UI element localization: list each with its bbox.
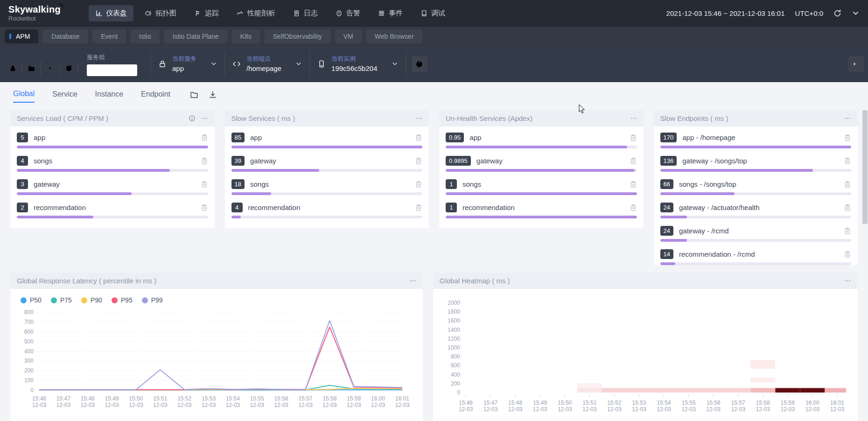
more-icon[interactable] [630, 115, 637, 122]
clipboard-icon[interactable] [844, 181, 851, 188]
context-tab-event[interactable]: Event [92, 29, 126, 43]
metric-name[interactable]: gateway - /songs/top [682, 157, 838, 165]
collapse-panel-button[interactable] [848, 56, 864, 72]
nav-item-trace[interactable]: 追踪 [188, 5, 225, 21]
context-tab-database[interactable]: Database [43, 29, 88, 43]
metric-name[interactable]: app [469, 133, 623, 141]
svg-text:12-03: 12-03 [322, 402, 337, 408]
selector-current-endpoint[interactable]: 当前端点 /homepage [231, 55, 304, 73]
svg-text:15:47: 15:47 [483, 400, 497, 406]
clipboard-icon[interactable] [844, 204, 851, 211]
context-tab-k8s[interactable]: K8s [232, 29, 260, 43]
context-tab-web-browser[interactable]: Web Browser [366, 29, 422, 43]
context-tab-vm[interactable]: VM [335, 29, 362, 43]
scrollbar-thumb[interactable] [862, 110, 868, 224]
clipboard-icon[interactable] [201, 204, 208, 211]
clipboard-icon[interactable] [630, 204, 637, 211]
tab-endpoint[interactable]: Endpoint [141, 87, 170, 102]
legend-item-p90[interactable]: P90 [81, 296, 102, 304]
more-icon[interactable] [201, 115, 208, 122]
context-tab-selfobservability[interactable]: SelfObservability [265, 29, 330, 43]
info-button[interactable] [412, 56, 427, 72]
clipboard-icon[interactable] [201, 134, 208, 141]
clipboard-icon[interactable] [844, 134, 851, 141]
metric-name[interactable]: recommendation [248, 203, 410, 211]
metric-name[interactable]: app [34, 133, 195, 141]
folder-icon[interactable] [190, 91, 198, 99]
timezone[interactable]: UTC+0:0 [795, 9, 823, 17]
clipboard-icon[interactable] [844, 251, 851, 258]
legend-item-p99[interactable]: P99 [142, 296, 163, 304]
metric-name[interactable]: gateway [476, 157, 624, 165]
clipboard-icon[interactable] [415, 134, 422, 141]
svg-text:15:52: 15:52 [177, 395, 191, 402]
metric-name[interactable]: songs [462, 180, 624, 188]
context-tab-istio[interactable]: Istio [131, 29, 160, 43]
legend-item-p75[interactable]: P75 [51, 296, 72, 304]
nav-item-profile[interactable]: 性能剖析 [230, 5, 282, 21]
metric-name[interactable]: gateway [34, 180, 195, 188]
svg-text:12-03: 12-03 [371, 402, 385, 408]
clipboard-icon[interactable] [630, 134, 637, 141]
svg-text:12-03: 12-03 [558, 406, 572, 413]
metric-name[interactable]: songs [250, 180, 409, 188]
nav-item-dashboard[interactable]: 仪表盘 [89, 5, 133, 21]
more-icon[interactable] [844, 115, 851, 122]
nav-item-debug[interactable]: 调试 [414, 5, 452, 21]
more-icon[interactable] [409, 277, 416, 284]
metric-name[interactable]: gateway - /actuator/health [679, 203, 838, 211]
info-icon[interactable] [189, 115, 196, 122]
metric-name[interactable]: app - /homepage [682, 133, 838, 141]
svg-text:15:59: 15:59 [347, 395, 361, 402]
clipboard-icon[interactable] [415, 157, 422, 165]
lock-button[interactable] [4, 61, 22, 75]
clipboard-icon[interactable] [844, 157, 851, 165]
selector-current-service[interactable]: 当前服务 app [156, 55, 219, 73]
tab-global[interactable]: Global [13, 87, 35, 103]
clipboard-icon[interactable] [201, 157, 208, 165]
legend-item-p95[interactable]: P95 [112, 296, 133, 304]
service-group-input[interactable] [87, 64, 137, 76]
metric-name[interactable]: songs - /songs/top [679, 180, 838, 188]
svg-text:12-03: 12-03 [129, 402, 143, 408]
nav-item-topology[interactable]: 拓扑图 [138, 5, 183, 21]
metric-name[interactable]: gateway - /rcmd [679, 227, 838, 235]
metric-name[interactable]: recommendation [462, 203, 624, 211]
clipboard-icon[interactable] [630, 157, 637, 165]
chevron-down-icon [392, 61, 398, 67]
more-icon[interactable] [415, 115, 422, 122]
clipboard-icon[interactable] [844, 227, 851, 235]
legend-item-p50[interactable]: P50 [21, 296, 42, 304]
nav-item-label: 性能剖析 [247, 9, 275, 18]
metric-name[interactable]: songs [34, 157, 195, 165]
context-tab-istio-data-plane[interactable]: Istio Data Plane [164, 29, 227, 43]
selector-current-instance[interactable]: 当前实例 199c56c5b204 [315, 55, 399, 73]
tab-instance[interactable]: Instance [95, 87, 123, 102]
folder-button[interactable] [22, 61, 41, 75]
selector-value: 199c56c5b204 [331, 64, 377, 73]
clipboard-icon[interactable] [415, 181, 422, 188]
refresh-button[interactable] [60, 61, 78, 75]
clipboard-icon[interactable] [201, 181, 208, 188]
nav-item-event[interactable]: 事件 [371, 5, 409, 21]
metric-value-badge: 136 [660, 156, 677, 166]
refresh-icon[interactable] [833, 9, 841, 17]
svg-text:15:54: 15:54 [657, 400, 671, 406]
context-tab-apm[interactable]: APM [5, 29, 38, 43]
download-icon[interactable] [209, 91, 217, 99]
metric-name[interactable]: gateway [250, 157, 409, 165]
metric-name[interactable]: app [250, 133, 409, 141]
nav-item-alarm[interactable]: 告警 [329, 5, 367, 21]
more-icon[interactable] [844, 277, 851, 284]
metric-name[interactable]: recommendation [34, 203, 195, 211]
page-scrollbar[interactable] [862, 82, 868, 421]
nav-item-log[interactable]: 日志 [287, 5, 324, 21]
time-range[interactable]: 2021-12-03 15:46 ~ 2021-12-03 16:01 [666, 9, 785, 17]
clipboard-icon[interactable] [630, 181, 637, 188]
card-slow-endpoints: Slow Endpoints ( ms ) 170 app - /homepag… [654, 110, 858, 265]
download-button[interactable] [41, 61, 60, 75]
clipboard-icon[interactable] [415, 204, 422, 211]
metric-name[interactable]: recommendation - /rcmd [679, 250, 838, 258]
chevron-down-icon[interactable] [852, 9, 860, 17]
tab-service[interactable]: Service [52, 87, 77, 102]
